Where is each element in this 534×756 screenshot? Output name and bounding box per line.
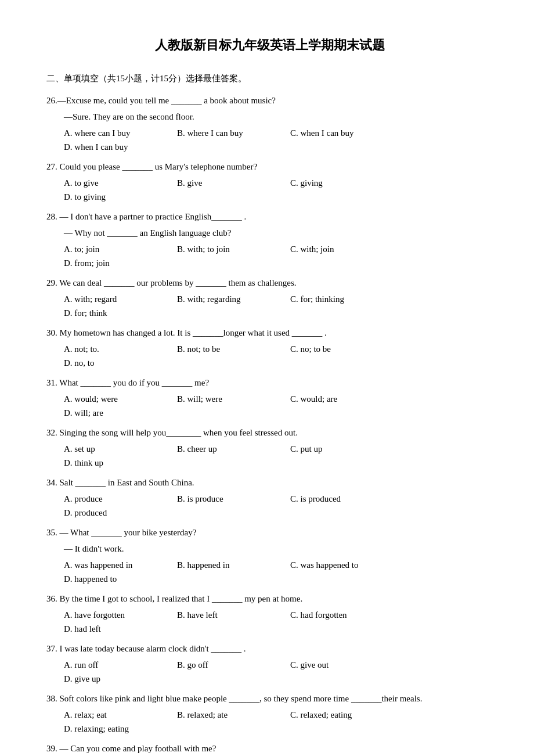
option-31-3: D. will; are bbox=[64, 406, 171, 420]
option-27-3: D. to giving bbox=[64, 190, 171, 204]
option-37-3: D. give up bbox=[64, 672, 171, 686]
option-35-3: D. happened to bbox=[64, 572, 171, 586]
option-28-0: A. to; join bbox=[64, 242, 171, 256]
option-36-3: D. had left bbox=[64, 622, 171, 636]
question-block-38: 38. Soft colors like pink and light blue… bbox=[46, 692, 493, 736]
option-38-1: B. relaxed; ate bbox=[177, 708, 284, 722]
question-stem-35: 35. — What _______ your bike yesterday? bbox=[46, 525, 493, 539]
options-row-27: A. to giveB. giveC. givingD. to giving bbox=[64, 176, 493, 204]
question-stem-34: 34. Salt _______ in East and South China… bbox=[46, 476, 493, 489]
question-stem-30: 30. My hometown has changed a lot. It is… bbox=[46, 326, 493, 340]
question-block-26: 26.—Excuse me, could you tell me _______… bbox=[46, 93, 493, 154]
question-stem-27: 27. Could you please _______ us Mary's t… bbox=[46, 160, 493, 174]
option-38-0: A. relax; eat bbox=[64, 708, 171, 722]
option-30-3: D. no, to bbox=[64, 356, 171, 370]
option-35-0: A. was happened in bbox=[64, 558, 171, 572]
option-31-2: C. would; are bbox=[290, 392, 398, 406]
options-row-34: A. produceB. is produceC. is producedD. … bbox=[64, 492, 493, 520]
option-32-1: B. cheer up bbox=[177, 442, 284, 456]
option-38-2: C. relaxed; eating bbox=[290, 708, 398, 722]
option-34-2: C. is produced bbox=[290, 492, 398, 506]
question-block-36: 36. By the time I got to school, I reali… bbox=[46, 592, 493, 636]
option-36-0: A. have forgotten bbox=[64, 608, 171, 622]
option-32-0: A. set up bbox=[64, 442, 171, 456]
option-35-2: C. was happened to bbox=[290, 558, 398, 572]
option-38-3: D. relaxing; eating bbox=[64, 722, 171, 736]
options-row-31: A. would; wereB. will; wereC. would; are… bbox=[64, 392, 493, 420]
question-block-34: 34. Salt _______ in East and South China… bbox=[46, 476, 493, 520]
option-32-2: C. put up bbox=[290, 442, 398, 456]
question-stem-32: 32. Singing the song will help you______… bbox=[46, 426, 493, 440]
question-block-37: 37. I was late today because alarm clock… bbox=[46, 642, 493, 686]
option-35-1: B. happened in bbox=[177, 558, 284, 572]
option-31-1: B. will; were bbox=[177, 392, 284, 406]
option-27-1: B. give bbox=[177, 176, 284, 190]
question-sub-26: —Sure. They are on the second floor. bbox=[64, 110, 493, 124]
question-stem-38: 38. Soft colors like pink and light blue… bbox=[46, 692, 493, 705]
options-row-36: A. have forgottenB. have leftC. had forg… bbox=[64, 608, 493, 636]
option-26-2: C. when I can buy bbox=[290, 126, 398, 140]
option-29-0: A. with; regard bbox=[64, 292, 171, 306]
question-block-31: 31. What _______ you do if you _______ m… bbox=[46, 376, 493, 420]
option-28-1: B. with; to join bbox=[177, 242, 284, 256]
option-30-1: B. not; to be bbox=[177, 342, 284, 356]
option-31-0: A. would; were bbox=[64, 392, 171, 406]
options-row-30: A. not; to.B. not; to beC. no; to beD. n… bbox=[64, 342, 493, 370]
options-row-29: A. with; regardB. with; regardingC. for;… bbox=[64, 292, 493, 320]
options-row-37: A. run offB. go offC. give outD. give up bbox=[64, 658, 493, 686]
option-36-1: B. have left bbox=[177, 608, 284, 622]
option-34-3: D. produced bbox=[64, 506, 171, 520]
question-block-35: 35. — What _______ your bike yesterday?—… bbox=[46, 525, 493, 586]
question-stem-31: 31. What _______ you do if you _______ m… bbox=[46, 376, 493, 390]
question-stem-28: 28. — I don't have a partner to practice… bbox=[46, 210, 493, 224]
option-26-1: B. where I can buy bbox=[177, 126, 284, 140]
option-30-0: A. not; to. bbox=[64, 342, 171, 356]
options-row-32: A. set upB. cheer upC. put upD. think up bbox=[64, 442, 493, 470]
option-27-2: C. giving bbox=[290, 176, 398, 190]
question-stem-36: 36. By the time I got to school, I reali… bbox=[46, 592, 493, 606]
question-stem-39: 39. — Can you come and play football wit… bbox=[46, 741, 493, 755]
option-29-3: D. for; think bbox=[64, 306, 171, 320]
option-37-2: C. give out bbox=[290, 658, 398, 672]
question-block-32: 32. Singing the song will help you______… bbox=[46, 426, 493, 470]
option-28-2: C. with; join bbox=[290, 242, 398, 256]
question-stem-37: 37. I was late today because alarm clock… bbox=[46, 642, 493, 656]
option-34-0: A. produce bbox=[64, 492, 171, 506]
option-27-0: A. to give bbox=[64, 176, 171, 190]
question-block-29: 29. We can deal _______ our problems by … bbox=[46, 276, 493, 320]
option-36-2: C. had forgotten bbox=[290, 608, 398, 622]
page-title: 人教版新目标九年级英语上学期期末试题 bbox=[46, 35, 493, 55]
option-29-2: C. for; thinking bbox=[290, 292, 398, 306]
question-block-27: 27. Could you please _______ us Mary's t… bbox=[46, 160, 493, 204]
question-sub-28: — Why not _______ an English language cl… bbox=[64, 226, 493, 240]
option-26-0: A. where can I buy bbox=[64, 126, 171, 140]
question-block-39: 39. — Can you come and play football wit… bbox=[46, 741, 493, 755]
options-row-38: A. relax; eatB. relaxed; ateC. relaxed; … bbox=[64, 708, 493, 736]
question-stem-29: 29. We can deal _______ our problems by … bbox=[46, 276, 493, 290]
option-29-1: B. with; regarding bbox=[177, 292, 284, 306]
option-26-3: D. when I can buy bbox=[64, 140, 171, 154]
option-32-3: D. think up bbox=[64, 456, 171, 470]
option-37-0: A. run off bbox=[64, 658, 171, 672]
question-stem-26: 26.—Excuse me, could you tell me _______… bbox=[46, 93, 493, 107]
options-row-28: A. to; joinB. with; to joinC. with; join… bbox=[64, 242, 493, 270]
section-header: 二、单项填空（共15小题，计15分）选择最佳答案。 bbox=[46, 71, 493, 85]
options-row-35: A. was happened inB. happened inC. was h… bbox=[64, 558, 493, 586]
option-28-3: D. from; join bbox=[64, 256, 171, 270]
question-sub-35: — It didn't work. bbox=[64, 542, 493, 556]
option-34-1: B. is produce bbox=[177, 492, 284, 506]
options-row-26: A. where can I buyB. where I can buyC. w… bbox=[64, 126, 493, 154]
option-37-1: B. go off bbox=[177, 658, 284, 672]
question-block-28: 28. — I don't have a partner to practice… bbox=[46, 210, 493, 270]
option-30-2: C. no; to be bbox=[290, 342, 398, 356]
question-block-30: 30. My hometown has changed a lot. It is… bbox=[46, 326, 493, 370]
